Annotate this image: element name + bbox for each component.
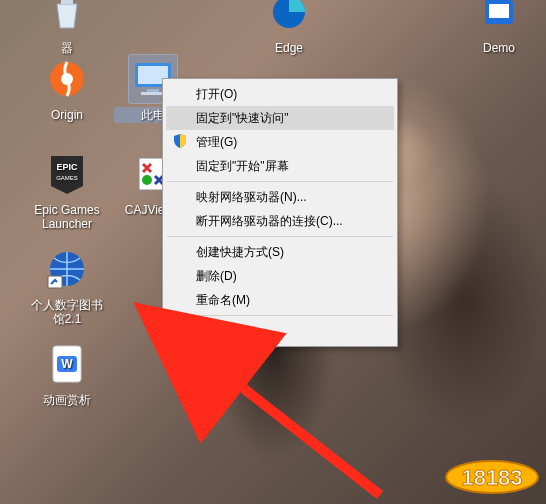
origin-icon — [43, 55, 91, 103]
menu-item-pin-start[interactable]: 固定到"开始"屏幕 — [166, 154, 394, 178]
menu-separator — [167, 236, 393, 237]
svg-point-12 — [142, 175, 152, 185]
svg-text:EPIC: EPIC — [56, 162, 78, 172]
svg-text:W: W — [61, 357, 73, 371]
menu-item-pin-quick-access[interactable]: 固定到"快速访问" — [166, 106, 394, 130]
desktop-icon-label: Demo — [460, 40, 538, 56]
menu-item-label: 管理(G) — [196, 134, 237, 151]
generic-exe-icon — [475, 0, 523, 36]
menu-item-label: 打开(O) — [196, 86, 237, 103]
desktop-icon-label: Origin — [28, 107, 106, 123]
menu-item-label: 删除(D) — [196, 268, 237, 285]
svg-rect-2 — [489, 4, 509, 18]
svg-line-18 — [220, 370, 380, 495]
menu-item-disconnect-drive[interactable]: 断开网络驱动器的连接(C)... — [166, 209, 394, 233]
desktop-icon-label: Epic Games Launcher — [28, 202, 106, 233]
menu-item-label: 映射网络驱动器(N)... — [196, 189, 307, 206]
menu-item-label: 创建快捷方式(S) — [196, 244, 284, 261]
menu-item-manage[interactable]: 管理(G) — [166, 130, 394, 154]
menu-item-create-shortcut[interactable]: 创建快捷方式(S) — [166, 240, 394, 264]
desktop-icon-library[interactable]: 个人数字图书馆2.1 — [28, 245, 106, 328]
menu-separator — [167, 315, 393, 316]
desktop-icon-label: Edge — [250, 40, 328, 56]
desktop: 器 Edge Demo Origin 此电 EPICGAMES Epic Gam… — [0, 0, 546, 504]
svg-text:GAMES: GAMES — [56, 175, 78, 181]
desktop-icon-recycle[interactable]: 器 — [28, 0, 106, 56]
desktop-icon-demo[interactable]: Demo — [460, 0, 538, 56]
globe-shortcut-icon — [43, 245, 91, 293]
watermark-logo: 18183 — [444, 455, 540, 498]
edge-icon — [265, 0, 313, 36]
desktop-icon-wps[interactable]: W 动画赏析 — [28, 340, 106, 408]
menu-item-label: 固定到"开始"屏幕 — [196, 158, 289, 175]
desktop-icon-label: 个人数字图书馆2.1 — [28, 297, 106, 328]
menu-item-label: 断开网络驱动器的连接(C)... — [196, 213, 343, 230]
shield-icon — [172, 133, 188, 149]
desktop-icon-label: 器 — [28, 40, 106, 56]
desktop-icon-edge[interactable]: Edge — [250, 0, 328, 56]
svg-rect-7 — [147, 89, 159, 92]
menu-item-label: 固定到"快速访问" — [196, 110, 289, 127]
menu-item-map-drive[interactable]: 映射网络驱动器(N)... — [166, 185, 394, 209]
menu-item-rename[interactable]: 重命名(M) — [166, 288, 394, 312]
menu-item-properties[interactable]: 属性(R) — [166, 319, 394, 343]
recycle-bin-icon — [43, 0, 91, 36]
desktop-icon-origin[interactable]: Origin — [28, 55, 106, 123]
menu-item-open[interactable]: 打开(O) — [166, 82, 394, 106]
desktop-icon-label: 动画赏析 — [28, 392, 106, 408]
menu-item-label: 重命名(M) — [196, 292, 250, 309]
desktop-icon-epic[interactable]: EPICGAMES Epic Games Launcher — [28, 150, 106, 233]
context-menu: 打开(O) 固定到"快速访问" 管理(G) 固定到"开始"屏幕 映射网络驱动器(… — [162, 78, 398, 347]
svg-rect-14 — [48, 276, 62, 288]
menu-item-label: 属性(R) — [196, 323, 237, 340]
watermark-text: 18183 — [461, 465, 522, 490]
menu-item-delete[interactable]: 删除(D) — [166, 264, 394, 288]
menu-separator — [167, 181, 393, 182]
wps-doc-icon: W — [43, 340, 91, 388]
epic-games-icon: EPICGAMES — [43, 150, 91, 198]
